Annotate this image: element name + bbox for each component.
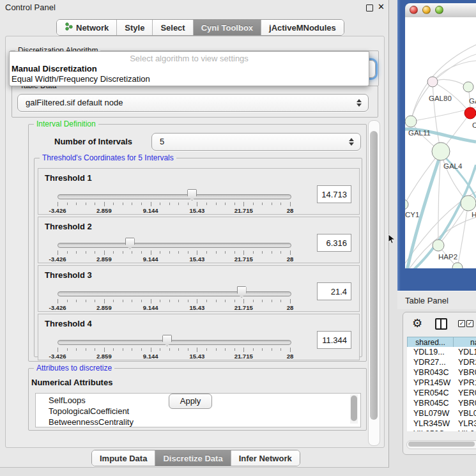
threshold-value-field[interactable]: 21.4	[317, 282, 351, 300]
tab-label: Cyni Toolbox	[201, 23, 253, 33]
tick-mark	[216, 300, 217, 302]
tab-impute-data[interactable]: Impute Data	[92, 450, 155, 466]
tick-mark	[225, 251, 226, 254]
number-of-intervals-select[interactable]: 5	[151, 133, 361, 151]
algorithm-option[interactable]: Equal Width/Frequency Discretization	[12, 74, 150, 84]
tick-mark	[151, 250, 151, 255]
network-node-green[interactable]	[463, 82, 473, 92]
split-view-icon[interactable]	[435, 318, 447, 330]
threshold-slider[interactable]: -3.4262.8599.14415.4321.71528	[58, 334, 290, 359]
threshold-value-field[interactable]: 6.316	[317, 234, 351, 252]
network-node-pink[interactable]	[427, 77, 438, 87]
threshold-slider[interactable]: -3.4262.8599.14415.4321.71528	[58, 236, 290, 262]
tick-mark	[234, 251, 235, 254]
checkbox-icon[interactable]: ✓	[466, 320, 473, 327]
network-node-red[interactable]	[464, 107, 476, 119]
table-cell: YBR0	[453, 398, 476, 408]
float-window-icon[interactable]	[366, 4, 373, 12]
slider-ticks	[58, 202, 290, 207]
slider-track[interactable]	[58, 340, 291, 345]
tick-mark	[113, 251, 114, 254]
threshold-slider[interactable]: -3.4262.8599.14415.4321.71528	[58, 285, 290, 311]
tick-label: 21.715	[234, 353, 253, 360]
minimize-traffic-light-icon[interactable]	[422, 6, 431, 14]
attribute-item[interactable]: BetweennessCentrality	[36, 417, 360, 427]
tab-cyni-toolbox[interactable]: Cyni Toolbox	[194, 20, 261, 35]
tick-mark	[253, 203, 254, 205]
table-cell: YBR043C	[407, 367, 453, 378]
content-scrollbar-track[interactable]	[368, 120, 380, 446]
table-cell: YIL052C	[407, 429, 453, 431]
thresholds-group-label: Threshold's Coordinates for 5 Intervals	[40, 153, 176, 162]
tick-label: 21.715	[234, 304, 253, 311]
slider-track[interactable]	[58, 194, 291, 199]
table-panel: ⚙ ✓ ✓ shared...na YDL19...YDL1YDR27...YD…	[403, 312, 476, 455]
tab-label: Impute Data	[100, 454, 147, 463]
gear-icon[interactable]: ⚙	[412, 316, 422, 330]
apply-button[interactable]: Apply	[169, 394, 212, 409]
table-hscrollbar-track[interactable]	[406, 440, 476, 449]
tick-mark	[160, 251, 160, 254]
tick-label: 2.859	[96, 353, 112, 360]
table-row[interactable]: YIL052CYIL0	[407, 429, 476, 431]
table-data-groupbox: Table Data galFiltered.sif default node	[12, 86, 378, 118]
table-cell: YPR145W	[407, 378, 453, 388]
table-row[interactable]: YPR145WYPR1	[407, 378, 476, 388]
table-row[interactable]: YBR043CYBR0	[407, 367, 476, 378]
close-traffic-light-icon[interactable]	[410, 6, 418, 14]
tick-mark	[234, 348, 235, 351]
network-canvas[interactable]: GAL80GACGAL11GAL4GCY1HHAP2	[405, 17, 476, 268]
table-cell: YBR045C	[407, 398, 453, 408]
table-row[interactable]: YDL19...YDL1	[407, 347, 476, 357]
network-node-green[interactable]	[405, 199, 408, 210]
table-row[interactable]: YBL079WYBL0	[407, 408, 476, 418]
table-hscrollbar-thumb[interactable]	[408, 441, 475, 447]
threshold-value-field[interactable]: 11.344	[317, 331, 351, 349]
network-node-green[interactable]	[405, 116, 417, 127]
attributes-scrollbar-track[interactable]	[350, 394, 358, 424]
checkbox-icon[interactable]: ✓	[458, 320, 465, 327]
attributes-scrollbar-thumb[interactable]	[351, 395, 357, 421]
number-of-intervals-value: 5	[160, 137, 164, 146]
algorithm-dropdown-placeholder: Select algorithm to view settings	[10, 54, 369, 63]
tab-jactivemnodules[interactable]: jActiveMNodules	[261, 20, 344, 35]
threshold-panel: Threshold 1-3.4262.8599.14415.4321.71528…	[38, 168, 360, 215]
tab-discretize-data[interactable]: Discretize Data	[155, 450, 231, 466]
tick-mark	[123, 203, 123, 205]
tab-select[interactable]: Select	[153, 20, 193, 35]
slider-ticks	[58, 250, 290, 256]
tick-label: 28	[287, 353, 294, 360]
tick-mark	[132, 251, 132, 254]
algorithm-option[interactable]: Manual Discretization	[12, 64, 97, 73]
tab-network[interactable]: Network	[57, 20, 117, 35]
threshold-slider[interactable]: -3.4262.8599.14415.4321.71528	[58, 188, 290, 213]
table-data-select[interactable]: galFiltered.sif default node	[17, 94, 369, 112]
tick-mark	[95, 348, 95, 351]
close-icon[interactable]: ✕	[378, 2, 385, 12]
tick-mark	[113, 300, 114, 302]
table-row[interactable]: YLR345WYLR3	[407, 418, 476, 429]
tick-mark	[123, 300, 123, 302]
slider-track[interactable]	[58, 291, 291, 296]
node-table: shared...na YDL19...YDL1YDR27...YDR2YBR0…	[407, 337, 476, 431]
tab-style[interactable]: Style	[117, 20, 153, 35]
network-node-green[interactable]	[432, 142, 450, 160]
network-node-green[interactable]	[433, 240, 444, 251]
number-of-intervals-label: Number of Intervals	[54, 137, 132, 146]
threshold-value-field[interactable]: 14.713	[317, 185, 351, 203]
tab-infer-network[interactable]: Infer Network	[231, 450, 300, 466]
zoom-traffic-light-icon[interactable]	[435, 6, 443, 14]
tick-mark	[76, 203, 77, 205]
tab-label: Discretize Data	[163, 454, 222, 463]
tick-mark	[86, 203, 86, 205]
table-row[interactable]: YDR27...YDR2	[407, 357, 476, 367]
tick-label: 2.859	[96, 304, 112, 311]
slider-track[interactable]	[58, 243, 291, 248]
table-row[interactable]: YER054CYER0	[407, 388, 476, 398]
tick-mark	[113, 203, 114, 205]
table-row[interactable]: YBR045CYBR0	[407, 398, 476, 408]
tab-label: Style	[125, 23, 144, 33]
content-scrollbar-thumb[interactable]	[370, 131, 378, 420]
combo-stepper-icon	[348, 136, 355, 148]
network-node-green[interactable]	[461, 196, 476, 211]
